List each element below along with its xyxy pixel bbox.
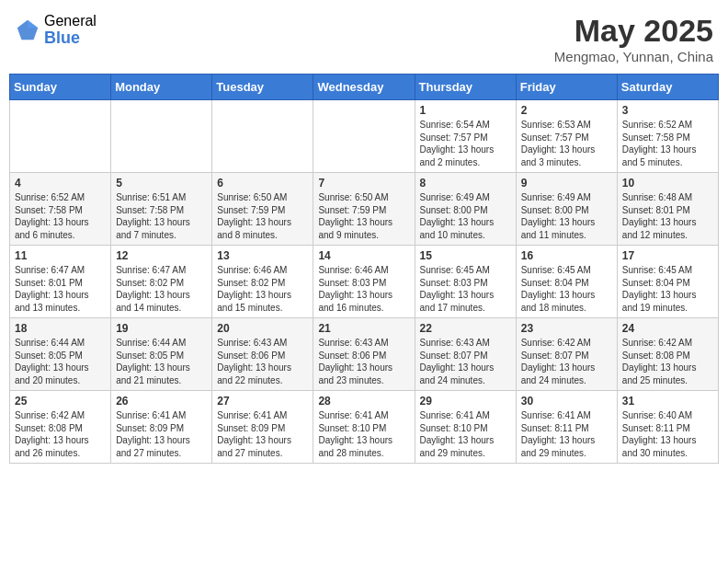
location: Mengmao, Yunnan, China bbox=[554, 49, 713, 64]
calendar-cell: 19Sunrise: 6:44 AM Sunset: 8:05 PM Dayli… bbox=[111, 318, 212, 391]
day-number: 15 bbox=[420, 249, 511, 262]
calendar-cell: 4Sunrise: 6:52 AM Sunset: 7:58 PM Daylig… bbox=[10, 173, 111, 246]
day-number: 12 bbox=[116, 249, 207, 262]
day-number: 23 bbox=[521, 322, 612, 335]
day-number: 10 bbox=[622, 177, 713, 190]
day-number: 29 bbox=[420, 395, 511, 408]
logo: General Blue bbox=[15, 13, 97, 47]
calendar-cell: 10Sunrise: 6:48 AM Sunset: 8:01 PM Dayli… bbox=[617, 173, 718, 246]
calendar-cell: 15Sunrise: 6:45 AM Sunset: 8:03 PM Dayli… bbox=[415, 246, 516, 318]
day-info: Sunrise: 6:45 AM Sunset: 8:04 PM Dayligh… bbox=[521, 264, 612, 314]
day-info: Sunrise: 6:53 AM Sunset: 7:57 PM Dayligh… bbox=[521, 119, 612, 168]
week-row-2: 4Sunrise: 6:52 AM Sunset: 7:58 PM Daylig… bbox=[10, 173, 719, 246]
day-number: 19 bbox=[116, 322, 207, 335]
day-number: 28 bbox=[318, 395, 409, 408]
day-number: 18 bbox=[15, 322, 106, 335]
calendar-cell: 1Sunrise: 6:54 AM Sunset: 7:57 PM Daylig… bbox=[415, 100, 516, 173]
day-info: Sunrise: 6:41 AM Sunset: 8:10 PM Dayligh… bbox=[318, 409, 409, 459]
page-header: General Blue May 2025 Mengmao, Yunnan, C… bbox=[9, 9, 719, 68]
day-info: Sunrise: 6:47 AM Sunset: 8:02 PM Dayligh… bbox=[116, 264, 207, 314]
calendar-cell: 5Sunrise: 6:51 AM Sunset: 7:58 PM Daylig… bbox=[111, 173, 212, 246]
day-info: Sunrise: 6:43 AM Sunset: 8:07 PM Dayligh… bbox=[420, 337, 511, 386]
day-info: Sunrise: 6:47 AM Sunset: 8:01 PM Dayligh… bbox=[15, 264, 106, 314]
calendar-cell: 28Sunrise: 6:41 AM Sunset: 8:10 PM Dayli… bbox=[313, 391, 415, 464]
day-number: 21 bbox=[318, 322, 409, 335]
weekday-header-sunday: Sunday bbox=[10, 75, 111, 100]
logo-text: General Blue bbox=[44, 13, 97, 47]
day-info: Sunrise: 6:41 AM Sunset: 8:10 PM Dayligh… bbox=[420, 409, 511, 459]
month-title: May 2025 bbox=[554, 13, 713, 49]
weekday-header-monday: Monday bbox=[111, 75, 212, 100]
day-number: 17 bbox=[622, 249, 713, 262]
day-info: Sunrise: 6:45 AM Sunset: 8:03 PM Dayligh… bbox=[420, 264, 511, 314]
calendar-cell: 22Sunrise: 6:43 AM Sunset: 8:07 PM Dayli… bbox=[415, 318, 516, 391]
calendar-cell: 29Sunrise: 6:41 AM Sunset: 8:10 PM Dayli… bbox=[415, 391, 516, 464]
day-number: 14 bbox=[318, 249, 409, 262]
day-info: Sunrise: 6:48 AM Sunset: 8:01 PM Dayligh… bbox=[622, 191, 713, 241]
calendar-cell: 30Sunrise: 6:41 AM Sunset: 8:11 PM Dayli… bbox=[516, 391, 617, 464]
week-row-1: 1Sunrise: 6:54 AM Sunset: 7:57 PM Daylig… bbox=[10, 100, 719, 173]
weekday-header-wednesday: Wednesday bbox=[313, 75, 415, 100]
day-info: Sunrise: 6:52 AM Sunset: 7:58 PM Dayligh… bbox=[15, 191, 106, 241]
weekday-header-thursday: Thursday bbox=[415, 75, 516, 100]
calendar-cell: 3Sunrise: 6:52 AM Sunset: 7:58 PM Daylig… bbox=[617, 100, 718, 173]
calendar-cell: 14Sunrise: 6:46 AM Sunset: 8:03 PM Dayli… bbox=[313, 246, 415, 318]
week-row-3: 11Sunrise: 6:47 AM Sunset: 8:01 PM Dayli… bbox=[10, 246, 719, 318]
calendar-cell: 16Sunrise: 6:45 AM Sunset: 8:04 PM Dayli… bbox=[516, 246, 617, 318]
weekday-header-saturday: Saturday bbox=[617, 75, 718, 100]
calendar-cell bbox=[212, 100, 313, 173]
day-number: 25 bbox=[15, 395, 106, 408]
weekday-header-tuesday: Tuesday bbox=[212, 75, 313, 100]
day-number: 27 bbox=[217, 395, 308, 408]
day-info: Sunrise: 6:50 AM Sunset: 7:59 PM Dayligh… bbox=[217, 191, 308, 241]
day-number: 20 bbox=[217, 322, 308, 335]
calendar-cell bbox=[111, 100, 212, 173]
day-info: Sunrise: 6:54 AM Sunset: 7:57 PM Dayligh… bbox=[420, 119, 511, 168]
day-info: Sunrise: 6:42 AM Sunset: 8:08 PM Dayligh… bbox=[622, 337, 713, 386]
calendar-table: SundayMondayTuesdayWednesdayThursdayFrid… bbox=[9, 74, 719, 464]
day-number: 3 bbox=[622, 104, 713, 117]
day-info: Sunrise: 6:41 AM Sunset: 8:11 PM Dayligh… bbox=[521, 409, 612, 459]
day-info: Sunrise: 6:44 AM Sunset: 8:05 PM Dayligh… bbox=[116, 337, 207, 386]
day-info: Sunrise: 6:50 AM Sunset: 7:59 PM Dayligh… bbox=[318, 191, 409, 241]
day-info: Sunrise: 6:46 AM Sunset: 8:03 PM Dayligh… bbox=[318, 264, 409, 314]
day-info: Sunrise: 6:42 AM Sunset: 8:08 PM Dayligh… bbox=[15, 409, 106, 459]
day-info: Sunrise: 6:43 AM Sunset: 8:06 PM Dayligh… bbox=[217, 337, 308, 386]
calendar-cell: 27Sunrise: 6:41 AM Sunset: 8:09 PM Dayli… bbox=[212, 391, 313, 464]
logo-general: General bbox=[44, 13, 97, 29]
day-number: 7 bbox=[318, 177, 409, 190]
day-number: 11 bbox=[15, 249, 106, 262]
logo-icon bbox=[15, 17, 40, 43]
day-number: 13 bbox=[217, 249, 308, 262]
calendar-cell: 8Sunrise: 6:49 AM Sunset: 8:00 PM Daylig… bbox=[415, 173, 516, 246]
day-info: Sunrise: 6:41 AM Sunset: 8:09 PM Dayligh… bbox=[217, 409, 308, 459]
day-info: Sunrise: 6:49 AM Sunset: 8:00 PM Dayligh… bbox=[420, 191, 511, 241]
svg-marker-1 bbox=[28, 19, 38, 27]
calendar-cell: 25Sunrise: 6:42 AM Sunset: 8:08 PM Dayli… bbox=[10, 391, 111, 464]
weekday-header-row: SundayMondayTuesdayWednesdayThursdayFrid… bbox=[10, 75, 719, 100]
day-info: Sunrise: 6:52 AM Sunset: 7:58 PM Dayligh… bbox=[622, 119, 713, 168]
week-row-5: 25Sunrise: 6:42 AM Sunset: 8:08 PM Dayli… bbox=[10, 391, 719, 464]
day-info: Sunrise: 6:42 AM Sunset: 8:07 PM Dayligh… bbox=[521, 337, 612, 386]
day-info: Sunrise: 6:41 AM Sunset: 8:09 PM Dayligh… bbox=[116, 409, 207, 459]
day-number: 22 bbox=[420, 322, 511, 335]
day-number: 1 bbox=[420, 104, 511, 117]
day-info: Sunrise: 6:49 AM Sunset: 8:00 PM Dayligh… bbox=[521, 191, 612, 241]
calendar-cell: 13Sunrise: 6:46 AM Sunset: 8:02 PM Dayli… bbox=[212, 246, 313, 318]
week-row-4: 18Sunrise: 6:44 AM Sunset: 8:05 PM Dayli… bbox=[10, 318, 719, 391]
calendar-cell: 20Sunrise: 6:43 AM Sunset: 8:06 PM Dayli… bbox=[212, 318, 313, 391]
day-info: Sunrise: 6:45 AM Sunset: 8:04 PM Dayligh… bbox=[622, 264, 713, 314]
calendar-cell: 12Sunrise: 6:47 AM Sunset: 8:02 PM Dayli… bbox=[111, 246, 212, 318]
calendar-cell: 11Sunrise: 6:47 AM Sunset: 8:01 PM Dayli… bbox=[10, 246, 111, 318]
day-number: 31 bbox=[622, 395, 713, 408]
calendar-cell: 6Sunrise: 6:50 AM Sunset: 7:59 PM Daylig… bbox=[212, 173, 313, 246]
calendar-cell: 24Sunrise: 6:42 AM Sunset: 8:08 PM Dayli… bbox=[617, 318, 718, 391]
day-info: Sunrise: 6:44 AM Sunset: 8:05 PM Dayligh… bbox=[15, 337, 106, 386]
day-info: Sunrise: 6:40 AM Sunset: 8:11 PM Dayligh… bbox=[622, 409, 713, 459]
calendar-cell: 18Sunrise: 6:44 AM Sunset: 8:05 PM Dayli… bbox=[10, 318, 111, 391]
day-number: 16 bbox=[521, 249, 612, 262]
calendar-cell: 31Sunrise: 6:40 AM Sunset: 8:11 PM Dayli… bbox=[617, 391, 718, 464]
calendar-cell bbox=[10, 100, 111, 173]
day-number: 30 bbox=[521, 395, 612, 408]
day-number: 26 bbox=[116, 395, 207, 408]
